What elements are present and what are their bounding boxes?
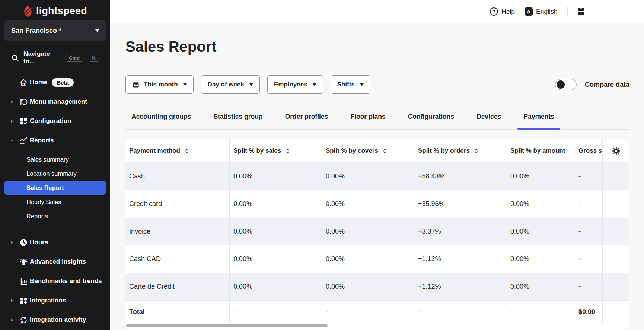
- column-header-method[interactable]: Payment method: [125, 139, 230, 162]
- column-header-covers[interactable]: Split % by covers: [322, 139, 414, 162]
- location-selector[interactable]: San Francisco *: [4, 20, 106, 41]
- column-header-amount[interactable]: Split % by amount: [507, 139, 575, 162]
- column-header-sales[interactable]: Split % by sales: [230, 139, 322, 162]
- sidebar-item-home[interactable]: HomeBeta: [0, 75, 110, 90]
- filters-row: This monthDay of weekEmployeesShifts Com…: [125, 75, 629, 94]
- sidebar-item-advanced-insights[interactable]: Advanced insights: [0, 254, 110, 269]
- sidebar-item-label: Menu management: [30, 98, 87, 105]
- table-row-cash-cad: Cash CAD0.00%0.00%+1.12%0.00%-: [125, 245, 629, 273]
- cell-method: Invoice: [125, 218, 230, 245]
- table-settings-button[interactable]: [602, 139, 629, 162]
- sidebar: lightspeed San Francisco * Navigate to..…: [0, 0, 110, 330]
- column-label: Payment method: [129, 147, 180, 155]
- search-icon: [11, 54, 19, 62]
- compare-data-label: Compare data: [585, 81, 629, 89]
- sidebar-item-sales-report[interactable]: Sales Report: [4, 181, 106, 195]
- sidebar-item-benchmarks-and-trends[interactable]: Benchmarks and trends: [0, 274, 110, 289]
- hours-icon: [19, 238, 28, 247]
- sidebar-item-reports[interactable]: Reports: [0, 133, 110, 148]
- column-header-orders[interactable]: Split % by orders: [414, 139, 507, 162]
- help-button[interactable]: ? Help: [490, 7, 515, 16]
- chevron-down-icon[interactable]: [10, 139, 19, 143]
- filter-shifts[interactable]: Shifts: [331, 75, 370, 94]
- navigate-label: Navigate to...: [23, 50, 61, 65]
- sort-icon: [474, 148, 479, 154]
- page-title: Sales Report: [125, 38, 629, 55]
- topbar: ? Help A English: [110, 0, 644, 23]
- sidebar-subnav: Sales summaryLocation summarySales Repor…: [0, 152, 110, 223]
- cell-covers: 0.00%: [322, 245, 414, 273]
- apps-grid-icon[interactable]: [578, 8, 585, 15]
- tab-devices[interactable]: Devices: [471, 109, 507, 129]
- cell-sales: 0.00%: [230, 218, 322, 245]
- sidebar-item-configuration[interactable]: Configuration: [0, 114, 110, 128]
- advanced-insights-icon: [19, 257, 28, 267]
- cell-orders: +1.12%: [414, 273, 507, 300]
- flame-icon: [23, 5, 33, 17]
- tab-order-profiles[interactable]: Order profiles: [279, 109, 334, 129]
- sidebar-item-integration-activity[interactable]: Integration activity: [0, 312, 110, 327]
- filter-label: This month: [144, 81, 178, 88]
- sidebar-item-reports[interactable]: Reports: [4, 209, 106, 223]
- tab-floor-plans[interactable]: Floor plans: [344, 109, 391, 129]
- filter-label: Employees: [274, 81, 307, 88]
- cell-covers: 0.00%: [322, 190, 414, 218]
- navigate-search[interactable]: Navigate to... Cmd + K: [11, 50, 99, 65]
- cell-orders: -: [414, 301, 507, 323]
- cell-method: Total: [125, 301, 230, 323]
- filter-label: Shifts: [337, 81, 355, 88]
- brand-name: lightspeed: [36, 5, 87, 17]
- sort-icon: [382, 148, 388, 154]
- tab-accounting-groups[interactable]: Accounting groups: [125, 109, 197, 129]
- filter-employees[interactable]: Employees: [267, 75, 323, 94]
- cell-covers: -: [322, 301, 414, 323]
- sort-icon: [285, 148, 291, 154]
- sidebar-item-integrations[interactable]: Integrations: [0, 293, 110, 308]
- compare-data-control: Compare data: [555, 79, 629, 90]
- kbd-cmd: Cmd: [66, 54, 83, 62]
- topbar-divider: [567, 7, 568, 16]
- cell-method: Credit card: [125, 190, 230, 218]
- filter-day-of-week[interactable]: Day of week: [201, 75, 260, 94]
- sidebar-item-hourly-sales[interactable]: Hourly Sales: [4, 195, 106, 209]
- configuration-icon: [19, 116, 28, 126]
- tab-payments[interactable]: Payments: [517, 109, 560, 129]
- chevron-right-icon[interactable]: [10, 318, 19, 322]
- cell-amount: 0.00%: [507, 190, 575, 218]
- tab-configurations[interactable]: Configurations: [402, 109, 460, 129]
- sidebar-item-hours[interactable]: Hours: [0, 235, 110, 250]
- cell-gross: -: [575, 273, 602, 300]
- filter-this-month[interactable]: This month: [125, 75, 194, 94]
- column-label: Split % by orders: [418, 147, 470, 155]
- cell-orders: +35.96%: [414, 190, 507, 218]
- sidebar-item-location-summary[interactable]: Location summary: [4, 166, 106, 181]
- chevron-right-icon[interactable]: [10, 299, 19, 303]
- table-row-invoice: Invoice0.00%0.00%+3.37%0.00%-: [125, 218, 629, 245]
- chevron-right-icon[interactable]: [10, 119, 19, 123]
- menu-management-icon: [19, 97, 28, 107]
- column-header-gross[interactable]: Gross sales: [575, 139, 602, 162]
- chevron-right-icon[interactable]: [10, 100, 19, 104]
- shortcut-hint: Cmd + K: [66, 54, 99, 62]
- cell-gross: $0.00: [575, 301, 602, 323]
- toggle-knob: [557, 80, 565, 89]
- sidebar-item-sales-summary[interactable]: Sales summary: [4, 152, 106, 166]
- sidebar-item-label: Integrations: [30, 297, 66, 304]
- sort-icon: [184, 148, 189, 154]
- cell-covers: 0.00%: [322, 273, 414, 300]
- sidebar-item-menu-management[interactable]: Menu management: [0, 94, 110, 109]
- scrollbar-thumb[interactable]: [126, 324, 328, 327]
- table-row-total: Total----$0.00: [125, 300, 629, 323]
- calendar-icon: [132, 81, 140, 88]
- chevron-down-icon: [249, 83, 253, 86]
- tab-statistics-group[interactable]: Statistics group: [207, 109, 268, 129]
- language-button[interactable]: A English: [525, 7, 557, 16]
- column-label: Split % by covers: [326, 147, 378, 155]
- location-label: San Francisco *: [11, 27, 61, 35]
- main-area: ? Help A English Sales Report This month…: [110, 0, 644, 330]
- sidebar-item-label: Advanced insights: [30, 258, 86, 266]
- chevron-right-icon[interactable]: [10, 241, 19, 245]
- lightspeed-logo: lightspeed: [0, 0, 110, 17]
- cell-covers: 0.00%: [322, 162, 414, 190]
- compare-data-toggle[interactable]: [555, 79, 577, 90]
